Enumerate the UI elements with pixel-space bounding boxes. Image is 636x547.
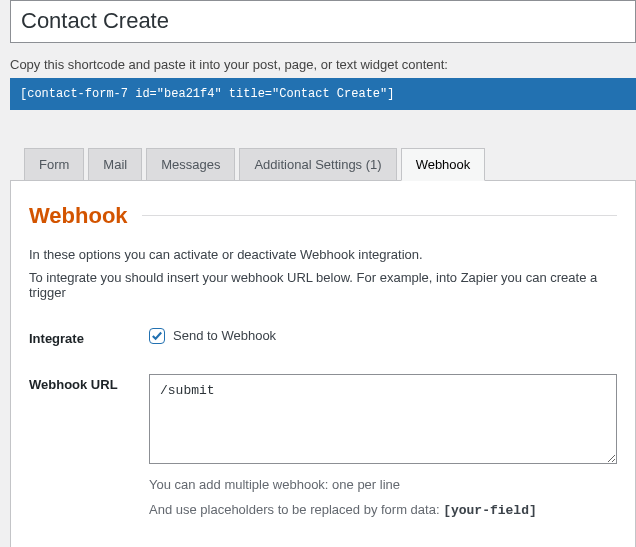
- panel-title: Webhook: [29, 203, 128, 229]
- integrate-label: Integrate: [29, 328, 149, 346]
- webhook-url-label: Webhook URL: [29, 374, 149, 392]
- title-divider: [142, 215, 617, 216]
- check-icon: [150, 329, 164, 343]
- shortcode-instructions: Copy this shortcode and paste it into yo…: [10, 57, 636, 72]
- panel-description-1: In these options you can activate or dea…: [29, 247, 617, 262]
- form-title-input[interactable]: [10, 0, 636, 43]
- webhook-url-helper-1: You can add multiple webhook: one per li…: [149, 477, 617, 492]
- webhook-panel: Webhook In these options you can activat…: [10, 180, 636, 547]
- send-to-webhook-checkbox[interactable]: [149, 328, 165, 344]
- send-to-webhook-label: Send to Webhook: [173, 328, 276, 343]
- tab-additional-settings[interactable]: Additional Settings (1): [239, 148, 396, 181]
- webhook-url-textarea[interactable]: /submit: [149, 374, 617, 464]
- helper2-code: [your-field]: [443, 503, 537, 518]
- tab-form[interactable]: Form: [24, 148, 84, 181]
- panel-description-2: To integrate you should insert your webh…: [29, 270, 617, 300]
- tab-bar: Form Mail Messages Additional Settings (…: [24, 148, 636, 181]
- tab-webhook[interactable]: Webhook: [401, 148, 486, 181]
- tab-mail[interactable]: Mail: [88, 148, 142, 181]
- tab-messages[interactable]: Messages: [146, 148, 235, 181]
- webhook-url-helper-2: And use placeholders to be replaced by f…: [149, 502, 617, 518]
- shortcode-box[interactable]: [contact-form-7 id="bea21f4" title="Cont…: [10, 78, 636, 110]
- helper2-prefix: And use placeholders to be replaced by f…: [149, 502, 443, 517]
